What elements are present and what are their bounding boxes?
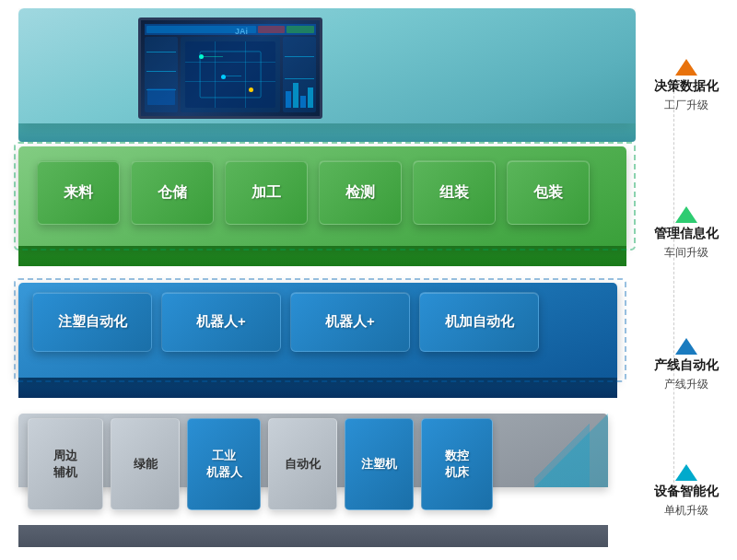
equipment-cards: 周边辅机 绿能 工业机器人 自动化 注塑 [28,418,493,510]
layer-decision: JAi [18,8,682,160]
management-label-sub: 车间升级 [664,245,708,261]
decision-right-label: 决策数据化 工厂升级 [654,59,719,113]
eq-card-0: 周边辅机 [28,418,103,510]
management-card-2: 加工 [225,160,308,225]
layer-equipment: 周边辅机 绿能 工业机器人 自动化 注塑 [18,414,682,556]
production-card-2: 机器人+ [290,292,410,352]
production-cards: 注塑自动化 机器人+ 机器人+ 机加自动化 [32,292,539,352]
diagram: JAi 决策数据化 工厂升级 来料 仓储 加工 检测 [9,8,728,552]
equipment-label-main: 设备智能化 [654,484,719,500]
management-cards: 来料 仓储 加工 检测 组装 包装 [37,160,590,225]
management-right-label: 管理信息化 车间升级 [654,206,719,261]
management-card-3: 检测 [319,160,402,225]
production-card-3: 机加自动化 [419,292,539,352]
production-card-1: 机器人+ [161,292,281,352]
production-right-label: 产线自动化 产线升级 [654,338,719,392]
main-container: JAi 决策数据化 工厂升级 来料 仓储 加工 检测 [0,0,737,560]
management-card-0: 来料 [37,160,120,225]
equipment-arrow-icon [675,464,697,481]
decision-label-main: 决策数据化 [654,78,719,95]
production-label-sub: 产线升级 [664,377,708,392]
equipment-label-sub: 单机升级 [664,503,708,519]
eq-card-3: 自动化 [268,418,337,510]
layer-production: 注塑自动化 机器人+ 机器人+ 机加自动化 [18,283,682,412]
eq-card-1: 绿能 [111,418,180,510]
management-label-main: 管理信息化 [654,226,719,242]
eq-card-4: 注塑机 [345,418,414,510]
production-card-0: 注塑自动化 [32,292,152,352]
layer-management: 来料 仓储 加工 检测 组装 包装 [18,146,682,280]
production-label-main: 产线自动化 [654,357,719,374]
decision-arrow-icon [675,59,697,76]
management-arrow-icon [675,206,697,223]
decision-label-sub: 工厂升级 [664,98,708,113]
production-arrow-icon [675,338,697,355]
management-card-5: 包装 [507,160,590,225]
equipment-right-label: 设备智能化 单机升级 [654,464,719,519]
eq-card-5: 数控机床 [421,418,493,510]
monitor-screen [138,18,322,119]
eq-card-2: 工业机器人 [187,418,261,510]
jai-label: JAi [235,27,248,36]
connector-line [673,91,674,496]
management-card-1: 仓储 [131,160,214,225]
management-card-4: 组装 [413,160,496,225]
